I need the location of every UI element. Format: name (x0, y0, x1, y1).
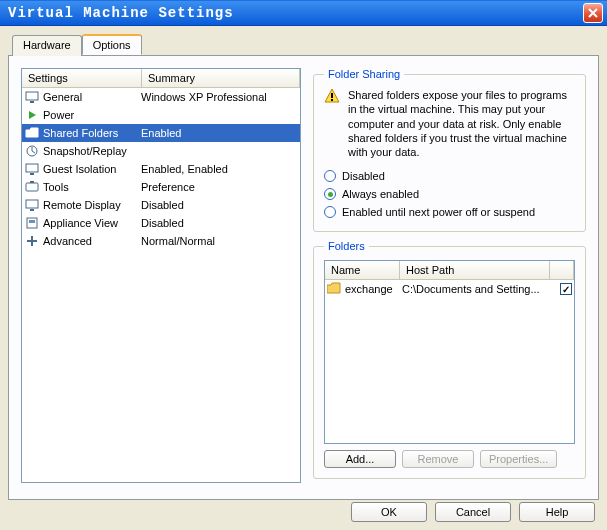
settings-row-summary: Normal/Normal (141, 235, 298, 247)
advanced-icon (24, 234, 40, 248)
svg-rect-6 (30, 181, 34, 183)
appliance-icon (24, 216, 40, 230)
right-column: Folder Sharing Shared folders expose you… (313, 68, 586, 487)
title-bar: Virtual Machine Settings (0, 0, 607, 26)
settings-row-label: Power (43, 109, 141, 121)
folders-group: Folders Name Host Path exchange C:\Docum… (313, 240, 586, 479)
folder-path: C:\Documents and Setting... (402, 283, 560, 295)
warning-row: Shared folders expose your files to prog… (324, 88, 575, 159)
folder-row[interactable]: exchange C:\Documents and Setting... ✓ (325, 280, 574, 298)
settings-list-header: Settings Summary (22, 69, 300, 88)
settings-row-label: Remote Display (43, 199, 141, 211)
svg-rect-14 (331, 99, 333, 101)
settings-row[interactable]: Remote Display Disabled (22, 196, 300, 214)
settings-row-label: Advanced (43, 235, 141, 247)
svg-rect-5 (26, 183, 38, 191)
settings-row-label: Tools (43, 181, 141, 193)
svg-rect-0 (26, 92, 38, 100)
folder-sharing-group: Folder Sharing Shared folders expose you… (313, 68, 586, 232)
svg-rect-13 (331, 93, 333, 98)
settings-row[interactable]: Shared Folders Enabled (22, 124, 300, 142)
monitor-icon (24, 90, 40, 104)
settings-row-label: Snapshot/Replay (43, 145, 141, 157)
folder-buttons: Add... Remove Properties... (324, 450, 575, 468)
warning-text: Shared folders expose your files to prog… (348, 88, 575, 159)
window-title: Virtual Machine Settings (8, 5, 234, 21)
dialog-buttons: OK Cancel Help (351, 502, 595, 522)
folder-icon (327, 282, 343, 296)
radio-always-label: Always enabled (342, 188, 419, 200)
svg-rect-3 (26, 164, 38, 172)
snapshot-icon (24, 144, 40, 158)
close-icon (588, 8, 598, 18)
header-settings[interactable]: Settings (22, 69, 142, 87)
folders-header-check[interactable] (550, 261, 574, 279)
settings-row-label: Shared Folders (43, 127, 141, 139)
radio-always-row[interactable]: Always enabled (324, 185, 575, 203)
ok-button[interactable]: OK (351, 502, 427, 522)
settings-row[interactable]: Advanced Normal/Normal (22, 232, 300, 250)
tab-panel: Settings Summary General Windows XP Prof… (8, 55, 599, 500)
monitor-icon (24, 198, 40, 212)
tab-options[interactable]: Options (82, 34, 142, 55)
close-button[interactable] (583, 3, 603, 23)
svg-rect-10 (29, 220, 35, 223)
tab-strip: Hardware Options (12, 34, 599, 55)
settings-row-summary: Enabled, Enabled (141, 163, 298, 175)
cancel-button[interactable]: Cancel (435, 502, 511, 522)
radio-until-label: Enabled until next power off or suspend (342, 206, 535, 218)
settings-row-summary: Disabled (141, 217, 298, 229)
radio-disabled-row[interactable]: Disabled (324, 167, 575, 185)
tools-icon (24, 180, 40, 194)
left-column: Settings Summary General Windows XP Prof… (21, 68, 301, 487)
header-summary[interactable]: Summary (142, 69, 300, 87)
folder-name: exchange (345, 283, 402, 295)
power-icon (24, 108, 40, 122)
warning-icon (324, 88, 340, 104)
settings-row[interactable]: Appliance View Disabled (22, 214, 300, 232)
settings-list[interactable]: Settings Summary General Windows XP Prof… (21, 68, 301, 483)
folders-legend: Folders (324, 240, 369, 252)
settings-row[interactable]: Power (22, 106, 300, 124)
settings-row[interactable]: Snapshot/Replay (22, 142, 300, 160)
folders-list[interactable]: Name Host Path exchange C:\Documents and… (324, 260, 575, 444)
monitor-icon (24, 162, 40, 176)
folders-header: Name Host Path (325, 261, 574, 280)
settings-row-label: General (43, 91, 141, 103)
settings-row-label: Guest Isolation (43, 163, 141, 175)
add-button[interactable]: Add... (324, 450, 396, 468)
settings-row-summary: Enabled (141, 127, 298, 139)
radio-until-row[interactable]: Enabled until next power off or suspend (324, 203, 575, 221)
help-button[interactable]: Help (519, 502, 595, 522)
content-area: Hardware Options Settings Summary Genera… (0, 26, 607, 530)
folders-header-name[interactable]: Name (325, 261, 400, 279)
svg-rect-1 (30, 101, 34, 103)
remove-button: Remove (402, 450, 474, 468)
settings-row[interactable]: Tools Preference (22, 178, 300, 196)
svg-rect-8 (30, 209, 34, 211)
radio-always[interactable] (324, 188, 336, 200)
settings-row-summary: Disabled (141, 199, 298, 211)
folder-sharing-legend: Folder Sharing (324, 68, 404, 80)
folders-header-path[interactable]: Host Path (400, 261, 550, 279)
radio-disabled-label: Disabled (342, 170, 385, 182)
tab-hardware[interactable]: Hardware (12, 35, 82, 56)
svg-rect-4 (30, 173, 34, 175)
radio-until[interactable] (324, 206, 336, 218)
radio-disabled[interactable] (324, 170, 336, 182)
svg-rect-7 (26, 200, 38, 208)
settings-row-summary: Preference (141, 181, 298, 193)
shared-folder-icon (24, 126, 40, 140)
settings-row[interactable]: General Windows XP Professional (22, 88, 300, 106)
properties-button: Properties... (480, 450, 557, 468)
settings-row[interactable]: Guest Isolation Enabled, Enabled (22, 160, 300, 178)
settings-row-label: Appliance View (43, 217, 141, 229)
svg-rect-12 (31, 236, 33, 246)
settings-row-summary: Windows XP Professional (141, 91, 298, 103)
folder-checkbox[interactable]: ✓ (560, 283, 572, 295)
